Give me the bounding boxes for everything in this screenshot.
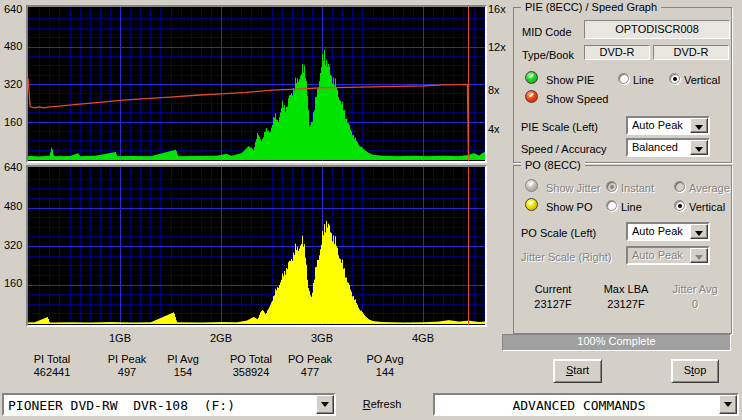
max-lba-label: Max LBA xyxy=(593,283,659,295)
dropdown-arrow-icon[interactable] xyxy=(719,395,737,414)
advanced-commands-value: ADVANCED COMMANDS xyxy=(439,398,719,413)
jitter-average-radio xyxy=(674,181,685,192)
dropdown-arrow-icon[interactable] xyxy=(690,224,708,239)
pie-speed-graph xyxy=(26,5,487,163)
progress-text: 100% Complete xyxy=(503,335,730,348)
refresh-button[interactable]: Refresh xyxy=(352,398,412,410)
current-label: Current xyxy=(520,283,586,295)
jitter-instant-label: Instant xyxy=(621,182,654,194)
stat-label: PI Total xyxy=(15,353,89,365)
pie-scale-select[interactable]: Auto Peak xyxy=(626,116,710,135)
type-book-label: Type/Book xyxy=(522,49,574,61)
po-group: PO (8ECC) Show Jitter Instant Average Sh… xyxy=(513,165,732,334)
mid-code-value: OPTODISCR008 xyxy=(584,20,730,39)
stat-label: PO Peak xyxy=(273,353,347,365)
drive-select-value: PIONEER DVD-RW DVR-108 (F:) xyxy=(8,398,316,413)
jitter-scale-select: Auto Peak xyxy=(626,246,710,265)
stat-value: 154 xyxy=(146,366,220,378)
y-axis-label: 640 xyxy=(4,3,22,15)
drive-select[interactable]: PIONEER DVD-RW DVR-108 (F:) xyxy=(2,393,336,416)
y-axis-label: 320 xyxy=(4,78,22,90)
show-po-label: Show PO xyxy=(546,201,592,213)
x-axis-tick: 4GB xyxy=(408,332,438,344)
stat-value: 477 xyxy=(273,366,347,378)
speed-led-indicator[interactable] xyxy=(525,90,538,103)
jitter-led-indicator xyxy=(525,179,538,192)
stat-label: PI Avg xyxy=(146,353,220,365)
po-scale-label: PO Scale (Left) xyxy=(521,227,596,239)
pie-scale-value: Auto Peak xyxy=(632,119,690,131)
current-value: 23127F xyxy=(520,298,586,310)
start-button[interactable]: Start xyxy=(553,359,602,383)
stat-label: PO Avg xyxy=(348,353,422,365)
speed-accuracy-label: Speed / Accuracy xyxy=(521,143,607,155)
max-lba-value: 23127F xyxy=(593,298,659,310)
po-scale-value: Auto Peak xyxy=(632,225,690,237)
speed-axis-label: 16x xyxy=(488,3,506,15)
show-pie-label: Show PIE xyxy=(546,74,594,86)
pie-vertical-label: Vertical xyxy=(684,74,720,86)
po-graph xyxy=(26,165,487,327)
stat-value: 462441 xyxy=(15,366,89,378)
jitter-avg-value: 0 xyxy=(662,298,728,310)
po-line-label: Line xyxy=(621,201,642,213)
pie-scale-label: PIE Scale (Left) xyxy=(521,121,598,133)
jitter-scale-label: Jitter Scale (Right) xyxy=(521,251,611,263)
stop-button[interactable]: Stop xyxy=(671,359,719,383)
dropdown-arrow-icon[interactable] xyxy=(316,395,334,414)
x-axis-tick: 3GB xyxy=(307,332,337,344)
po-group-title: PO (8ECC) xyxy=(521,159,585,172)
po-line-radio[interactable] xyxy=(606,200,617,211)
jitter-scale-value: Auto Peak xyxy=(632,249,690,261)
y-axis-label: 480 xyxy=(4,40,22,52)
pie-vertical-radio[interactable] xyxy=(669,73,680,84)
y-axis-label: 160 xyxy=(4,116,22,128)
stat-value: 144 xyxy=(348,366,422,378)
y-axis-label: 320 xyxy=(4,239,22,251)
po-graph-canvas xyxy=(28,167,485,325)
speed-axis-label: 8x xyxy=(488,84,500,96)
show-speed-label: Show Speed xyxy=(546,93,608,105)
pie-line-label: Line xyxy=(633,74,654,86)
jitter-instant-radio xyxy=(606,181,617,192)
x-axis-tick: 2GB xyxy=(206,332,236,344)
disc-quality-scan-window: 640 480 320 160 16x 12x 8x 4x 640 480 32… xyxy=(0,0,742,420)
dropdown-arrow-icon[interactable] xyxy=(690,118,708,133)
speed-axis-label: 12x xyxy=(488,41,506,53)
po-scale-select[interactable]: Auto Peak xyxy=(626,222,710,241)
show-jitter-label: Show Jitter xyxy=(546,182,600,194)
pie-led-indicator[interactable] xyxy=(525,71,538,84)
pie-speed-group: PIE (8ECC) / Speed Graph MID Code OPTODI… xyxy=(513,7,732,163)
jitter-average-label: Average xyxy=(689,182,730,194)
scan-progress-bar: 100% Complete xyxy=(502,334,731,351)
speed-accuracy-select[interactable]: Balanced xyxy=(626,138,710,157)
speed-accuracy-value: Balanced xyxy=(632,141,690,153)
speed-axis-label: 4x xyxy=(488,123,500,135)
po-vertical-label: Vertical xyxy=(689,201,725,213)
y-axis-label: 160 xyxy=(4,277,22,289)
y-axis-label: 480 xyxy=(4,200,22,212)
mid-code-label: MID Code xyxy=(522,26,572,38)
dropdown-arrow-icon xyxy=(690,248,708,263)
advanced-commands-select[interactable]: ADVANCED COMMANDS xyxy=(433,393,739,416)
jitter-avg-label: Jitter Avg xyxy=(662,283,728,295)
y-axis-label: 640 xyxy=(4,161,22,173)
dropdown-arrow-icon[interactable] xyxy=(690,140,708,155)
po-vertical-radio[interactable] xyxy=(674,200,685,211)
pie-line-radio[interactable] xyxy=(618,73,629,84)
po-led-indicator[interactable] xyxy=(525,198,538,211)
type-value: DVD-R xyxy=(584,45,650,60)
x-axis-tick: 1GB xyxy=(105,332,135,344)
pie-speed-graph-canvas xyxy=(28,7,485,161)
book-value: DVD-R xyxy=(653,45,729,60)
pie-group-title: PIE (8ECC) / Speed Graph xyxy=(521,1,661,14)
